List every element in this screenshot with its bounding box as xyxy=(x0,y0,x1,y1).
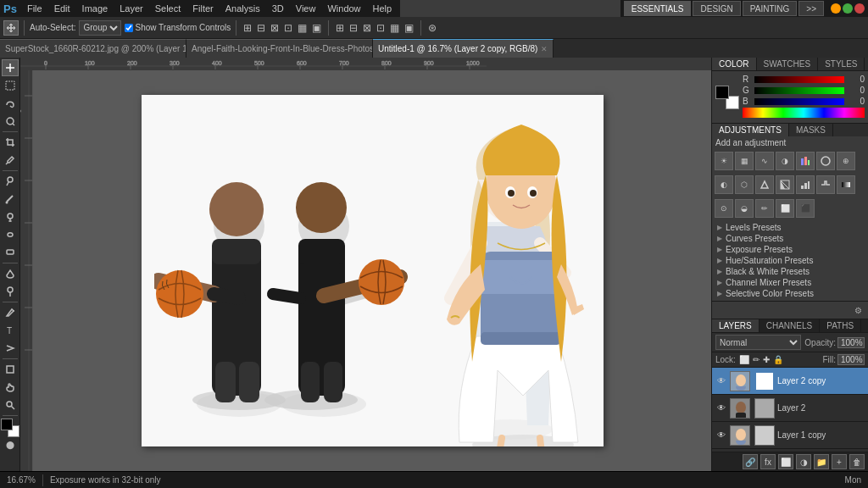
menu-layer[interactable]: Layer xyxy=(114,3,148,14)
menu-window[interactable]: Window xyxy=(322,3,365,14)
align-bottom-icon[interactable]: ▣ xyxy=(310,22,323,34)
channelmix-presets-item[interactable]: ▶ Channel Mixer Presets xyxy=(712,277,868,288)
menu-filter[interactable]: Filter xyxy=(187,3,218,14)
transform-controls-label[interactable]: Show Transform Controls xyxy=(125,23,231,32)
b-slider[interactable] xyxy=(754,98,844,105)
layer-eye-layer1copy[interactable]: 👁 xyxy=(715,430,727,441)
layer-item-layer1copy[interactable]: 👁 Layer 1 copy xyxy=(712,422,868,449)
dist-center-icon[interactable]: ⊡ xyxy=(375,22,387,34)
quick-select-tool[interactable] xyxy=(2,113,19,130)
curves-presets-item[interactable]: ▶ Curves Presets xyxy=(712,233,868,244)
auto-select-dropdown[interactable]: Group Layer xyxy=(79,20,121,36)
workspace-more[interactable]: >> xyxy=(798,1,824,16)
menu-image[interactable]: Image xyxy=(77,3,114,14)
layer-mask-layer1copy[interactable] xyxy=(754,425,775,446)
levels-adj-icon[interactable]: ▦ xyxy=(735,152,754,170)
align-left-icon[interactable]: ⊞ xyxy=(242,22,253,34)
menu-help[interactable]: Help xyxy=(368,3,398,14)
bw-adj-icon[interactable]: ◐ xyxy=(715,175,733,194)
g-slider[interactable] xyxy=(754,87,844,94)
bw-presets-item[interactable]: ▶ Black & White Presets xyxy=(712,266,868,277)
brush-tool[interactable] xyxy=(2,191,19,208)
maximize-button[interactable] xyxy=(843,3,853,14)
tab-close-untitled[interactable]: ✕ xyxy=(541,45,548,53)
workspace-painting[interactable]: PAINTING xyxy=(743,1,797,16)
blend-mode-select[interactable]: Normal Multiply Screen Overlay xyxy=(715,335,801,350)
paint-bucket-tool[interactable] xyxy=(2,265,19,282)
layer-eye-layer2[interactable]: 👁 xyxy=(715,402,727,414)
menu-select[interactable]: Select xyxy=(150,3,186,14)
fill-value[interactable]: 100% xyxy=(837,354,865,365)
align-center-h-icon[interactable]: ⊟ xyxy=(255,22,267,34)
invert-adj-icon[interactable] xyxy=(776,175,794,194)
fg-bg-color-picker[interactable] xyxy=(1,419,19,437)
menu-analysis[interactable]: Analysis xyxy=(220,3,265,14)
fg-color-swatch[interactable] xyxy=(1,419,13,430)
paths-tab[interactable]: PATHS xyxy=(820,319,861,332)
shadow-adj-icon[interactable]: ◒ xyxy=(735,199,754,218)
align-center-v-icon[interactable]: ▦ xyxy=(296,22,309,34)
move-tool[interactable] xyxy=(2,59,19,76)
styles-tab[interactable]: STYLES xyxy=(818,58,865,70)
selectcolor-adj-icon[interactable]: ⊙ xyxy=(715,199,733,218)
exposure-adj-icon[interactable]: ◑ xyxy=(776,152,794,170)
photofilter-adj-icon[interactable]: ⬡ xyxy=(735,175,754,194)
opacity-value[interactable]: 100% xyxy=(837,337,865,348)
type-tool[interactable]: T xyxy=(2,322,19,339)
vibrance-adj-icon[interactable] xyxy=(796,152,815,170)
channels-tab[interactable]: CHANNELS xyxy=(760,319,820,332)
clone-stamp-tool[interactable] xyxy=(2,208,19,225)
brightness-adj-icon[interactable]: ☀ xyxy=(715,152,733,170)
layers-adj-icon[interactable]: ◑ xyxy=(796,454,811,469)
colorbalance-adj-icon[interactable]: ⊕ xyxy=(837,152,855,170)
masks-tab[interactable]: MASKS xyxy=(789,124,833,136)
dist-right-icon[interactable]: ▦ xyxy=(388,22,401,34)
huesat-presets-item[interactable]: ▶ Hue/Saturation Presets xyxy=(712,255,868,266)
align-right-icon[interactable]: ⊠ xyxy=(269,22,281,34)
eyedropper-tool[interactable] xyxy=(2,152,19,169)
clipping-adj-icon[interactable]: ⬛ xyxy=(796,199,815,218)
menu-edit[interactable]: Edit xyxy=(49,3,75,14)
history-brush-tool[interactable] xyxy=(2,226,19,243)
threshold-adj-icon[interactable] xyxy=(816,175,835,194)
menu-view[interactable]: View xyxy=(291,3,321,14)
lasso-tool[interactable] xyxy=(2,95,19,112)
layers-delete-icon[interactable]: 🗑 xyxy=(849,454,865,469)
path-select-tool[interactable] xyxy=(2,340,19,357)
lock-all-icon[interactable]: 🔒 xyxy=(773,355,783,364)
workspace-essentials[interactable]: ESSENTIALS xyxy=(624,1,692,16)
dist-h-icon[interactable]: ⊞ xyxy=(334,22,346,34)
layer-eye-layer2copy[interactable]: 👁 xyxy=(715,375,727,387)
eraser-tool[interactable] xyxy=(2,244,19,261)
selectcolor-presets-item[interactable]: ▶ Selective Color Presets xyxy=(712,288,868,299)
layer-mask-layer2copy[interactable] xyxy=(754,371,775,391)
dist-left-icon[interactable]: ⊠ xyxy=(361,22,373,34)
menu-3d[interactable]: 3D xyxy=(267,3,289,14)
close-button[interactable] xyxy=(854,3,865,14)
color-fg-bg[interactable] xyxy=(715,86,739,109)
hand-tool[interactable] xyxy=(2,379,19,396)
canvas-area[interactable] xyxy=(33,70,711,471)
quick-mask-icon[interactable]: ⬤ xyxy=(3,439,18,451)
layers-fx-icon[interactable]: fx xyxy=(760,454,776,469)
posterize-adj-icon[interactable] xyxy=(796,175,815,194)
fg-color-box[interactable] xyxy=(715,86,729,99)
gradmap-adj-icon[interactable] xyxy=(837,175,855,194)
layers-tab[interactable]: LAYERS xyxy=(712,319,760,332)
tab-superstock[interactable]: SuperStock_1660R-60212.jpg @ 200% (Layer… xyxy=(0,39,186,58)
layers-link-icon[interactable]: 🔗 xyxy=(743,454,758,469)
layers-mask-icon[interactable]: ⬜ xyxy=(778,454,793,469)
levels-presets-item[interactable]: ▶ Levels Presets xyxy=(712,222,868,233)
align-top-icon[interactable]: ⊡ xyxy=(282,22,294,34)
crop-tool[interactable] xyxy=(2,134,19,151)
layers-new-icon[interactable]: + xyxy=(832,454,847,469)
pen-adj-icon[interactable]: ✏ xyxy=(755,199,774,218)
color-tab[interactable]: COLOR xyxy=(712,58,757,70)
layer-item-layer2copy[interactable]: 👁 Layer 2 copy xyxy=(712,368,868,395)
dodge-tool[interactable] xyxy=(2,283,19,300)
healing-brush-tool[interactable] xyxy=(2,173,19,190)
menu-file[interactable]: File xyxy=(22,3,47,14)
dist-v-icon[interactable]: ⊟ xyxy=(348,22,359,34)
lock-pixels-icon[interactable]: ✏ xyxy=(753,355,760,364)
tab-angel[interactable]: Angel-Faith-Looking-Front-In-Blue-Dress-… xyxy=(186,39,373,58)
